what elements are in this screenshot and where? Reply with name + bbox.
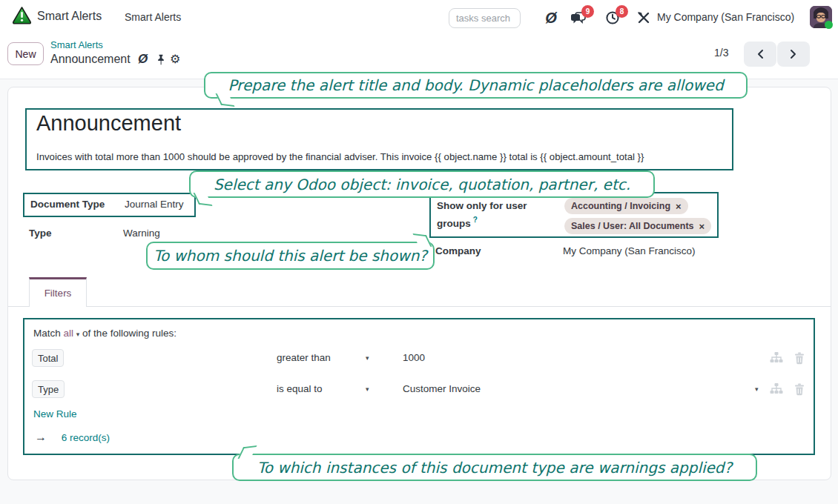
caret-down-icon[interactable]: ▾ (755, 385, 759, 393)
breadcrumb-parent-link[interactable]: Smart Alerts (50, 39, 103, 50)
match-mode-dropdown[interactable]: all (64, 328, 74, 339)
filter-rule-row: Type is equal to ▾ Customer Invoice ▾ (24, 380, 814, 401)
sync-status-icon[interactable]: Ø (542, 9, 560, 27)
new-rule-link[interactable]: New Rule (33, 408, 77, 420)
wrench-screwdriver-icon (637, 11, 650, 24)
chevron-right-icon (790, 49, 797, 59)
company-label: Company (435, 245, 481, 256)
remove-tag-icon[interactable]: × (699, 221, 705, 232)
nav-menu-smart-alerts[interactable]: Smart Alerts (125, 11, 181, 23)
rule-operator-selector[interactable]: is equal to (277, 383, 323, 394)
content-area: Announcement Invoices with total more th… (0, 79, 838, 504)
rule-field-selector[interactable]: Type (32, 380, 65, 398)
debug-tools-icon[interactable] (635, 9, 653, 27)
online-status-dot (825, 21, 833, 29)
tasks-search-input[interactable] (449, 8, 521, 28)
callout-filters-hint: To which instances of this document type… (232, 454, 757, 481)
gear-icon[interactable]: ⚙ (170, 53, 180, 66)
user-group-tag[interactable]: Sales / User: All Documents × (564, 218, 711, 234)
type-label: Type (29, 228, 52, 239)
company-value[interactable]: My Company (San Francisco) (563, 245, 696, 256)
activities-icon[interactable]: 8 (604, 9, 621, 27)
remove-tag-icon[interactable]: × (676, 201, 682, 212)
help-icon[interactable]: ? (473, 216, 478, 224)
caret-down-icon[interactable]: ▾ (366, 354, 369, 362)
alert-body-field[interactable]: Invoices with total more than 1000 shoul… (36, 151, 644, 162)
pager-next-button[interactable] (777, 42, 810, 67)
add-branch-icon[interactable] (770, 351, 783, 365)
top-navbar: Smart Alerts Smart Alerts Ø 9 8 (0, 0, 838, 34)
rule-operator-selector[interactable]: greater than (277, 352, 331, 363)
rule-value-selector[interactable]: Customer Invoice (403, 383, 481, 394)
document-type-highlight-box: Document Type Journal Entry (23, 193, 196, 217)
company-switcher[interactable]: My Company (San Francisco) (657, 11, 794, 23)
odoo-window: Smart Alerts Smart Alerts Ø 9 8 (0, 0, 838, 504)
title-highlight-box: Announcement Invoices with total more th… (25, 108, 733, 170)
app-logo-icon (12, 6, 32, 26)
user-groups-label: Show only for user groups? (437, 198, 557, 231)
activities-badge: 8 (616, 5, 628, 18)
callout-document-type-hint: Select any Odoo object: invoice, quotati… (189, 170, 655, 198)
pager-previous-button[interactable] (744, 42, 776, 67)
chevron-left-icon (756, 49, 764, 59)
filter-rule-row: Total greater than ▾ 1000 (24, 349, 814, 370)
rule-value-input[interactable]: 1000 (403, 352, 425, 363)
pin-icon[interactable] (156, 54, 166, 68)
delete-rule-icon[interactable] (793, 351, 806, 365)
pager-counter: 1/3 (714, 47, 728, 59)
callout-title-hint: Prepare the alert title and body. Dynami… (204, 72, 748, 99)
user-groups-highlight-box: Show only for user groups? Accounting / … (429, 192, 719, 238)
user-group-tag[interactable]: Accounting / Invoicing × (564, 198, 688, 214)
filters-highlight-box: Match all ▾ of the following rules: Tota… (23, 318, 815, 455)
record-sync-icon[interactable]: Ø (138, 53, 148, 66)
type-value[interactable]: Warning (123, 228, 160, 239)
add-branch-icon[interactable] (770, 382, 783, 396)
tab-filters[interactable]: Filters (29, 277, 87, 307)
document-type-value[interactable]: Journal Entry (125, 199, 184, 210)
new-record-button[interactable]: New (7, 42, 44, 65)
alert-title-field[interactable]: Announcement (36, 111, 181, 136)
messages-badge: 9 (581, 5, 594, 18)
breadcrumb-current: Announcement (50, 53, 131, 66)
rule-field-selector[interactable]: Total (32, 349, 64, 367)
caret-down-icon[interactable]: ▾ (76, 331, 80, 338)
messages-icon[interactable]: 9 (570, 9, 587, 27)
arrow-right-icon: → (35, 431, 47, 443)
caret-down-icon[interactable]: ▾ (366, 385, 369, 393)
records-count-line: → 6 record(s) (35, 431, 110, 444)
records-count-link[interactable]: 6 record(s) (62, 432, 110, 443)
match-rules-line: Match all ▾ of the following rules: (33, 328, 176, 339)
delete-rule-icon[interactable] (793, 382, 806, 396)
document-type-label: Document Type (30, 199, 105, 210)
app-title: Smart Alerts (37, 10, 102, 23)
tab-divider (8, 306, 831, 307)
form-sheet: Announcement Invoices with total more th… (7, 87, 831, 480)
callout-user-groups-hint: To whom should this alert be shown? (146, 242, 435, 270)
